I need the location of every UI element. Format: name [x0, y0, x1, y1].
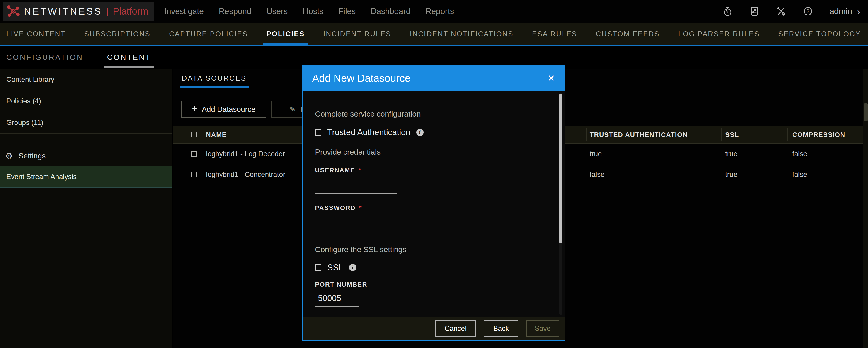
gear-icon: ⚙ [5, 152, 13, 160]
modal-header: Add New Datasource ✕ [303, 65, 564, 91]
sidebar-item-event-stream-analysis[interactable]: Event Stream Analysis [0, 166, 172, 188]
nav-esa-rules[interactable]: ESA RULES [532, 30, 577, 38]
required-asterisk: * [359, 167, 362, 174]
top-nav-reports[interactable]: Reports [425, 6, 454, 16]
top-nav-respond[interactable]: Respond [219, 6, 251, 16]
trusted-authentication-row: Trusted Authentication i [315, 128, 424, 137]
back-button[interactable]: Back [484, 320, 518, 337]
username-label: USERNAME * [315, 167, 362, 174]
nav-live-content[interactable]: LIVE CONTENT [6, 30, 66, 38]
column-header-name[interactable]: NAME [206, 126, 227, 143]
add-new-datasource-modal: Add New Datasource ✕ Complete service co… [302, 65, 565, 341]
cancel-button[interactable]: Cancel [435, 320, 476, 337]
netwitness-app: NETWITNESS | Platform Investigate Respon… [0, 0, 868, 348]
ssl-row: SSL i [315, 263, 356, 272]
column-header-ssl[interactable]: SSL [725, 126, 739, 143]
modal-footer: Cancel Back Save [303, 317, 564, 340]
section-ssl-settings: Configure the SSL settings [315, 245, 406, 254]
info-icon[interactable]: i [349, 264, 356, 271]
password-label: PASSWORD * [315, 204, 362, 211]
top-nav-dashboard[interactable]: Dashboard [371, 6, 410, 16]
sidebar: Content Library Policies (4) Groups (11)… [0, 69, 172, 348]
user-menu[interactable]: admin › [830, 6, 860, 16]
page-scrollbar-thumb[interactable] [864, 104, 868, 121]
pencil-icon: ✎ [289, 105, 296, 114]
add-datasource-label: Add Datasource [202, 105, 255, 114]
required-asterisk: * [359, 204, 362, 211]
ssl-label: SSL [327, 263, 343, 272]
timer-icon[interactable] [722, 6, 733, 17]
ssl-checkbox[interactable] [315, 264, 321, 271]
top-nav: Investigate Respond Users Hosts Files Da… [164, 0, 454, 23]
sidebar-item-content-library[interactable]: Content Library [0, 69, 172, 90]
top-nav-users[interactable]: Users [266, 6, 288, 16]
column-divider [721, 128, 722, 141]
help-icon[interactable]: ? [803, 6, 813, 17]
compression-value: false [792, 164, 807, 184]
nav-custom-feeds[interactable]: CUSTOM FEEDS [596, 30, 660, 38]
netwitness-logo[interactable]: NETWITNESS | Platform [3, 2, 154, 21]
port-number-underline [315, 306, 359, 307]
compression-value: false [792, 144, 807, 164]
nav-incident-rules[interactable]: INCIDENT RULES [323, 30, 391, 38]
column-header-trusted-authentication[interactable]: TRUSTED AUTHENTICATION [590, 126, 688, 143]
port-number-input[interactable]: 50005 [318, 294, 341, 303]
datasource-name: loghybrid1 - Log Decoder [206, 144, 285, 164]
select-all-checkbox[interactable] [191, 132, 197, 137]
top-nav-files[interactable]: Files [338, 6, 355, 16]
sidebar-item-policies[interactable]: Policies (4) [0, 90, 172, 112]
nav-service-topology[interactable]: SERVICE TOPOLOGY [778, 30, 861, 38]
tab-content[interactable]: CONTENT [107, 47, 151, 68]
nav-policies[interactable]: POLICIES [267, 30, 305, 38]
svg-text:?: ? [806, 8, 809, 14]
ssl-value: true [725, 164, 737, 184]
save-button[interactable]: Save [526, 320, 559, 337]
ssl-value: true [725, 144, 737, 164]
section-service-configuration: Complete service configuration [315, 110, 421, 118]
nav-log-parser-rules[interactable]: LOG PARSER RULES [678, 30, 760, 38]
netwitness-logo-icon [7, 5, 20, 18]
chevron-right-icon: › [857, 7, 860, 16]
nav-subscriptions[interactable]: SUBSCRIPTIONS [84, 30, 151, 38]
preferences-icon[interactable] [749, 6, 760, 17]
section-provide-credentials: Provide credentials [315, 148, 380, 156]
nav-incident-notifications[interactable]: INCIDENT NOTIFICATIONS [410, 30, 514, 38]
brand-name: NETWITNESS [24, 6, 102, 17]
trusted-authentication-value: false [590, 164, 604, 184]
column-divider [787, 128, 788, 141]
row-checkbox[interactable] [191, 172, 197, 177]
modal-scrollbar-thumb[interactable] [559, 94, 562, 243]
top-bar-actions: ? admin › [722, 0, 860, 23]
modal-title: Add New Datasource [312, 72, 411, 84]
password-input[interactable] [315, 231, 397, 231]
trusted-authentication-label: Trusted Authentication [327, 128, 410, 137]
column-divider [203, 128, 203, 141]
plus-icon: + [192, 104, 197, 114]
datasource-name: loghybrid1 - Concentrator [206, 164, 285, 184]
username-input[interactable] [315, 193, 397, 194]
sidebar-settings-header[interactable]: ⚙ Settings [0, 146, 172, 166]
settings-label: Settings [19, 152, 45, 160]
trusted-authentication-checkbox[interactable] [315, 129, 321, 136]
nav-capture-policies[interactable]: CAPTURE POLICIES [169, 30, 248, 38]
column-divider [586, 128, 587, 141]
trusted-authentication-value: true [590, 144, 602, 164]
add-datasource-button[interactable]: + Add Datasource [181, 101, 266, 118]
column-header-compression[interactable]: COMPRESSION [792, 126, 845, 143]
top-nav-investigate[interactable]: Investigate [164, 6, 204, 16]
brand-divider: | [106, 6, 108, 17]
row-checkbox[interactable] [191, 151, 197, 157]
tab-data-sources[interactable]: DATA SOURCES [181, 75, 248, 88]
top-bar: NETWITNESS | Platform Investigate Respon… [0, 0, 868, 23]
page-scrollbar[interactable] [864, 69, 868, 348]
tab-configuration[interactable]: CONFIGURATION [6, 47, 83, 68]
tools-icon[interactable] [776, 6, 786, 17]
sidebar-item-groups[interactable]: Groups (11) [0, 112, 172, 134]
top-nav-hosts[interactable]: Hosts [303, 6, 323, 16]
brand-product: Platform [113, 6, 148, 17]
close-icon[interactable]: ✕ [547, 73, 555, 83]
policy-nav: LIVE CONTENT SUBSCRIPTIONS CAPTURE POLIC… [0, 23, 868, 47]
user-name: admin [830, 6, 852, 16]
port-number-label: PORT NUMBER [315, 281, 367, 288]
info-icon[interactable]: i [416, 129, 424, 136]
